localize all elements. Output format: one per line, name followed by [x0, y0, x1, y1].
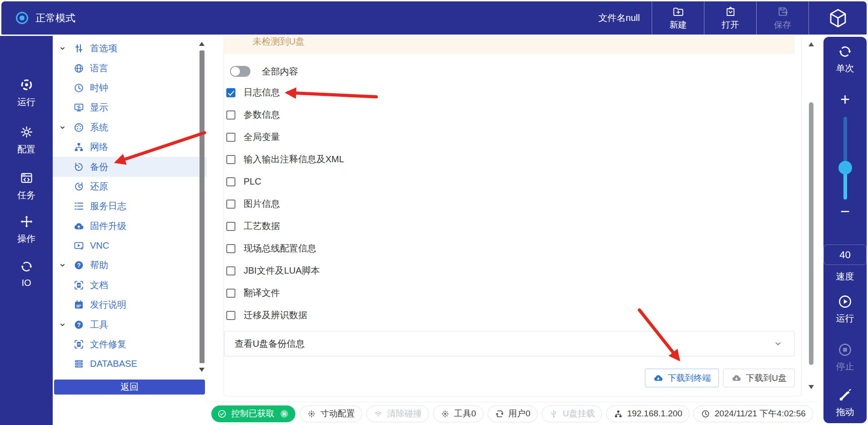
all-content-toggle-row: 全部内容 [224, 61, 795, 81]
menu-item-help[interactable]: 帮助 [53, 255, 207, 275]
menu-item-docs[interactable]: 文档 [53, 275, 207, 295]
menu-item-file-repair[interactable]: 文件修复 [53, 335, 207, 354]
stop-button[interactable]: 停止 [823, 342, 867, 373]
chevron-down-icon [58, 320, 67, 329]
checkbox-io-comment-xml[interactable]: 输入输出注释信息及XML [224, 148, 795, 170]
checkbox-box[interactable] [226, 200, 235, 209]
display-icon [73, 102, 85, 113]
checkbox-jbi-lua[interactable]: JBI文件及LUA脚本 [224, 260, 795, 282]
menu-item-firmware-upgrade[interactable]: 固件升级 [53, 216, 207, 236]
save-button[interactable]: 保存 [757, 1, 808, 35]
menu-scroll-up-arrow[interactable] [199, 42, 205, 46]
release-notes-icon [73, 299, 85, 310]
service-log-icon [73, 200, 85, 212]
nav-item-operate[interactable]: 操作 [0, 215, 53, 245]
checkbox-box[interactable] [226, 133, 235, 142]
rotate-icon [495, 409, 504, 419]
usb-warning-banner: 未检测到U盘 [224, 36, 795, 54]
checkbox-box[interactable] [226, 266, 235, 275]
open-button[interactable]: 打开 [704, 1, 756, 35]
chevron-down-icon [58, 261, 67, 270]
robot-arm-icon [838, 388, 853, 403]
download-to-usb-button[interactable]: 下载到U盘 [723, 369, 795, 387]
task-window-icon [20, 171, 34, 185]
move-arrows-icon [20, 215, 34, 229]
checkbox-box[interactable] [226, 177, 235, 186]
menu-item-display[interactable]: 显示 [53, 98, 207, 117]
sliders-icon [73, 43, 85, 54]
menu-item-service-log[interactable]: 服务日志 [53, 196, 207, 216]
slider-track-upper[interactable] [843, 117, 847, 168]
usb-mount-pill[interactable]: U盘挂载 [542, 405, 602, 422]
checkbox-log-info[interactable]: 日志信息 [224, 81, 795, 104]
checkbox-image-info[interactable]: 图片信息 [224, 193, 795, 215]
clock-icon [701, 409, 710, 419]
chevron-down-icon [58, 44, 67, 53]
checkbox-box[interactable] [226, 88, 235, 97]
checkbox-box[interactable] [226, 155, 235, 164]
menu-item-tools[interactable]: 工具 [53, 315, 207, 334]
new-button[interactable]: 新建 [652, 1, 704, 35]
control-acquired-pill[interactable]: 控制已获取 [211, 405, 295, 422]
content-scrollbar[interactable] [809, 102, 813, 365]
checkbox-box[interactable] [226, 244, 235, 253]
checkbox-process-data[interactable]: 工艺数据 [224, 215, 795, 237]
checkbox-box[interactable] [226, 110, 235, 120]
menu-scrollbar[interactable] [200, 50, 205, 363]
checkbox-translation-files[interactable]: 翻译文件 [224, 282, 795, 304]
usb-backup-info-dropdown[interactable]: 查看U盘备份信息 [224, 331, 795, 356]
menu-item-vnc[interactable]: VNC [53, 236, 207, 255]
checkbox-box[interactable] [226, 222, 235, 231]
menu-item-network[interactable]: 网络 [53, 137, 207, 157]
speed-slider[interactable] [843, 117, 847, 200]
clear-collision-pill[interactable]: 清除碰撞 [366, 405, 429, 422]
menu-item-preferences[interactable]: 首选项 [53, 39, 207, 58]
jog-config-pill[interactable]: 寸动配置 [299, 405, 362, 422]
menu-item-language[interactable]: 语言 [53, 58, 207, 78]
back-button[interactable]: 返回 [54, 380, 205, 395]
menu-item-backup[interactable]: 备份 [53, 157, 207, 176]
check-circle-icon [217, 409, 227, 419]
menu-item-clock[interactable]: 时钟 [53, 78, 207, 98]
checkbox-plc[interactable]: PLC [224, 170, 795, 193]
checkbox-box[interactable] [226, 289, 235, 298]
checkbox-migration-data[interactable]: 迁移及辨识数据 [224, 304, 795, 326]
content-scroll-up-arrow[interactable] [808, 42, 814, 46]
speed-decrease-button[interactable]: − [823, 203, 867, 220]
ip-address-pill: 192.168.1.200 [606, 405, 690, 422]
menu-item-system[interactable]: 系统 [53, 118, 207, 137]
file-repair-icon [73, 339, 85, 350]
globe-icon [73, 63, 85, 74]
content-scroll-down-arrow[interactable] [808, 385, 814, 389]
menu-scroll-down-arrow[interactable] [199, 368, 205, 372]
nav-item-task[interactable]: 任务 [0, 171, 53, 201]
checkbox-fieldbus-config[interactable]: 现场总线配置信息 [224, 237, 795, 260]
app-logo [809, 1, 867, 35]
nav-item-run[interactable]: 运行 [0, 78, 53, 108]
slider-thumb[interactable] [838, 161, 852, 175]
all-content-toggle[interactable] [230, 66, 250, 77]
tool-pill[interactable]: 工具0 [433, 405, 484, 422]
single-cycle-button[interactable]: 单次 [823, 44, 867, 75]
left-nav-rail: 运行 配置 任务 操作 IO [0, 36, 53, 425]
status-bar: 控制已获取 寸动配置 清除碰撞 工具0 用户0 U盘挂载 192.168.1.2… [207, 402, 818, 425]
nav-item-config[interactable]: 配置 [0, 125, 53, 155]
menu-item-restore[interactable]: 还原 [53, 177, 207, 196]
release-control-icon[interactable] [279, 409, 289, 419]
checkbox-global-vars[interactable]: 全局变量 [224, 126, 795, 148]
drag-button[interactable]: 拖动 [823, 388, 867, 418]
stop-icon [838, 342, 853, 357]
menu-item-database[interactable]: DATABASE [53, 354, 207, 374]
user-pill[interactable]: 用户0 [488, 405, 538, 422]
cycle-icon [838, 44, 853, 59]
download-to-terminal-button[interactable]: 下载到终端 [645, 369, 719, 387]
run-button[interactable]: 运行 [823, 294, 867, 325]
topbar: 正常模式 文件名null 新建 打开 保存 [1, 1, 867, 35]
speed-increase-button[interactable]: + [823, 91, 867, 108]
usb-icon [549, 409, 559, 419]
nav-item-io[interactable]: IO [0, 260, 53, 288]
menu-item-release-notes[interactable]: 发行说明 [53, 295, 207, 315]
checkbox-param-info[interactable]: 参数信息 [224, 104, 795, 126]
mode-label: 正常模式 [35, 11, 75, 25]
checkbox-box[interactable] [226, 311, 235, 320]
